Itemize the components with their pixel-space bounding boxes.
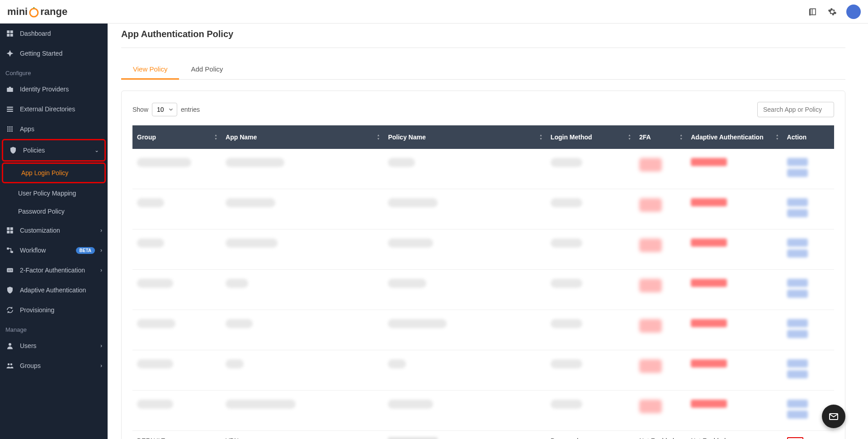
sidebar-ext-dir-label: External Directories — [20, 105, 102, 113]
svg-point-9 — [7, 126, 9, 128]
password-policy-label: Password Policy — [18, 208, 65, 215]
sidebar-item-adaptive-auth[interactable]: Adaptive Authentication — [0, 280, 108, 300]
cell-group: DEFAULT — [132, 431, 221, 439]
svg-rect-22 — [7, 248, 9, 250]
sidebar-item-2fa[interactable]: 123 2-Factor Authentication › — [0, 260, 108, 280]
user-policy-mapping-label: User Policy Mapping — [18, 190, 76, 197]
shield-icon — [9, 146, 18, 155]
svg-point-28 — [10, 363, 13, 366]
shield-check-icon — [5, 286, 14, 295]
cell-app-name: VPN — [221, 431, 383, 439]
workflow-icon — [5, 246, 14, 255]
logo-o-icon — [28, 6, 40, 18]
entries-select[interactable]: 10 — [152, 103, 177, 116]
col-login-method[interactable]: Login Method — [546, 125, 635, 149]
sidebar-workflow-label: Workflow — [20, 247, 71, 254]
col-2fa[interactable]: 2FA — [635, 125, 686, 149]
sidebar-item-dashboard[interactable]: Dashboard — [0, 24, 108, 43]
chevron-right-icon: › — [100, 343, 102, 349]
briefcase-icon — [5, 85, 14, 94]
tab-add-label: Add Policy — [191, 65, 223, 73]
sidebar-users-label: Users — [20, 342, 95, 349]
sidebar-subitem-app-login-policy[interactable]: App Login Policy — [2, 162, 106, 183]
col-action: Action — [783, 125, 834, 149]
customization-icon — [5, 226, 14, 235]
chevron-right-icon: › — [100, 363, 102, 369]
tab-add-policy[interactable]: Add Policy — [179, 59, 235, 79]
svg-rect-2 — [10, 30, 13, 33]
svg-rect-20 — [7, 231, 9, 234]
sidebar-item-provisioning[interactable]: Provisioning — [0, 300, 108, 320]
sidebar-item-identity-providers[interactable]: Identity Providers — [0, 79, 108, 99]
sidebar-adaptive-label: Adaptive Authentication — [20, 286, 102, 294]
svg-point-13 — [9, 129, 11, 130]
svg-text:123: 123 — [8, 269, 13, 272]
brand-logo[interactable]: mini range — [7, 6, 67, 18]
chevron-right-icon: › — [100, 227, 102, 234]
sidebar-item-getting-started[interactable]: Getting Started — [0, 43, 108, 63]
sidebar-item-workflow[interactable]: Workflow BETA › — [0, 240, 108, 260]
list-icon — [5, 105, 14, 114]
sidebar-getting-started-label: Getting Started — [20, 50, 102, 57]
sidebar-subitem-password-policy[interactable]: Password Policy — [0, 202, 108, 220]
svg-rect-6 — [7, 107, 13, 108]
col-adaptive[interactable]: Adaptive Authentication — [686, 125, 782, 149]
svg-rect-21 — [10, 231, 13, 234]
entries-control: Show 10 entries — [132, 103, 200, 116]
table-row — [132, 310, 834, 350]
search-input[interactable] — [757, 102, 834, 117]
sidebar-item-external-directories[interactable]: External Directories — [0, 99, 108, 119]
table-row — [132, 391, 834, 431]
user-icon — [5, 341, 14, 350]
sidebar-dashboard-label: Dashboard — [20, 30, 102, 37]
table-card: Show 10 entries Group App Name Policy Na… — [121, 91, 845, 439]
col-group[interactable]: Group — [132, 125, 221, 149]
rocket-icon — [5, 49, 14, 58]
table-controls: Show 10 entries — [132, 102, 834, 117]
col-app-name[interactable]: App Name — [221, 125, 383, 149]
svg-point-27 — [8, 363, 10, 366]
chevron-right-icon: › — [100, 247, 102, 253]
svg-point-26 — [9, 343, 11, 346]
col-policy-name[interactable]: Policy Name — [383, 125, 546, 149]
chevron-right-icon: › — [100, 267, 102, 273]
sidebar-idp-label: Identity Providers — [20, 86, 102, 93]
sidebar-item-groups[interactable]: Groups › — [0, 356, 108, 376]
sidebar-item-users[interactable]: Users › — [0, 336, 108, 356]
sidebar-item-apps[interactable]: Apps — [0, 119, 108, 139]
svg-rect-1 — [7, 30, 9, 33]
table-row-last: DEFAULT VPN Password Not Enabled Not Ena… — [132, 431, 834, 439]
avatar[interactable] — [846, 5, 861, 19]
sidebar-apps-label: Apps — [20, 125, 102, 133]
sidebar-groups-label: Groups — [20, 362, 95, 369]
tabs: View Policy Add Policy — [121, 59, 845, 80]
sidebar-item-customization[interactable]: Customization › — [0, 220, 108, 240]
svg-rect-3 — [7, 34, 9, 37]
sidebar-customization-label: Customization — [20, 227, 95, 234]
gear-icon[interactable] — [827, 7, 837, 17]
cell-login-method: Password — [546, 431, 635, 439]
cell-policy-name — [383, 431, 546, 439]
numbers-icon: 123 — [5, 266, 14, 275]
tab-view-label: View Policy — [133, 65, 167, 73]
edit-link[interactable]: Edit — [787, 437, 803, 439]
sidebar: Dashboard Getting Started Configure Iden… — [0, 24, 108, 439]
docs-icon[interactable] — [808, 7, 818, 17]
chevron-down-icon: ⌄ — [94, 147, 99, 153]
apps-icon — [5, 124, 14, 134]
sidebar-item-policies[interactable]: Policies ⌄ — [2, 139, 106, 162]
sidebar-section-configure: Configure — [0, 63, 108, 79]
sidebar-subitem-user-policy-mapping[interactable]: User Policy Mapping — [0, 184, 108, 202]
svg-point-16 — [9, 130, 11, 132]
svg-rect-5 — [7, 88, 13, 92]
table-row — [132, 149, 834, 189]
cell-adaptive: Not Enabled — [686, 431, 782, 439]
chat-fab[interactable] — [822, 405, 845, 428]
svg-rect-19 — [10, 227, 13, 230]
top-header: mini range — [0, 0, 868, 24]
blurred-policy-name — [388, 437, 438, 439]
sync-icon — [5, 305, 14, 315]
tab-view-policy[interactable]: View Policy — [121, 59, 179, 79]
svg-rect-7 — [7, 109, 13, 110]
svg-point-12 — [7, 129, 9, 130]
